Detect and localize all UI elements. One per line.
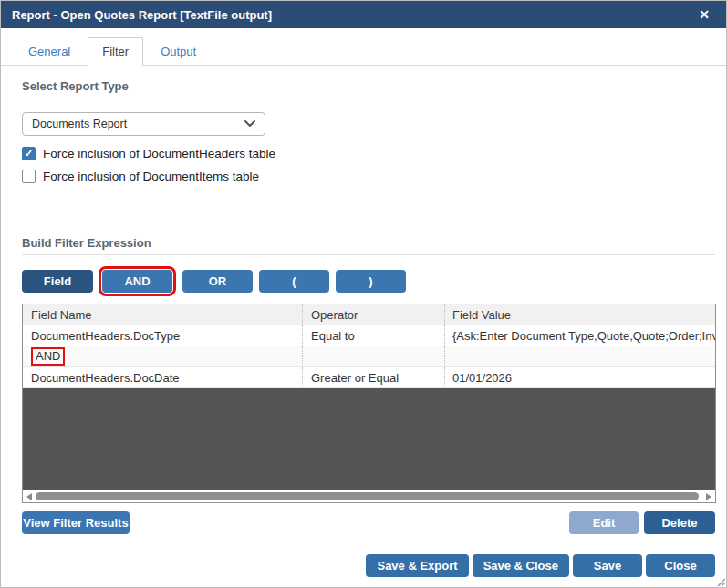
column-header-field-value: Field Value	[444, 304, 715, 325]
table-empty-area	[23, 388, 715, 490]
footer-button-row: Save & Export Save & Close Save Close	[22, 554, 715, 577]
edit-button[interactable]: Edit	[569, 511, 639, 534]
expression-buttons: Field AND OR ( )	[22, 270, 715, 293]
cell-field-value: {Ask:Enter Document Type,Quote,Quote;Ord…	[444, 325, 715, 346]
and-button[interactable]: AND	[102, 270, 172, 293]
cell-field-name: DocumentHeaders.DocDate	[23, 371, 302, 385]
close-paren-button[interactable]: )	[336, 270, 406, 293]
close-button[interactable]: Close	[646, 554, 715, 577]
or-button[interactable]: OR	[182, 270, 253, 293]
table-action-row: View Filter Results Edit Delete	[22, 511, 715, 534]
checkbox-row-documentheaders: ✓ Force inclusion of DocumentHeaders tab…	[22, 147, 715, 160]
tab-output[interactable]: Output	[146, 37, 211, 65]
filter-expression-heading: Build Filter Expression	[22, 236, 715, 255]
cell-operator: Equal to	[302, 325, 444, 346]
chevron-down-icon	[244, 120, 255, 128]
cell-field-name: DocumentHeaders.DocType	[23, 329, 302, 343]
dialog-content: Select Report Type Documents Report ✓ Fo…	[1, 66, 726, 577]
filter-table: Field Name Operator Field Value Document…	[22, 304, 716, 503]
checkbox-documentheaders-label: Force inclusion of DocumentHeaders table	[43, 147, 275, 160]
and-operator-highlight: AND	[31, 347, 65, 366]
table-row[interactable]: AND	[23, 346, 715, 367]
report-type-heading: Select Report Type	[22, 79, 715, 98]
checkbox-row-documentitems: Force inclusion of DocumentItems table	[22, 170, 715, 183]
cell-field-name: AND	[23, 347, 302, 366]
scroll-right-icon[interactable]	[702, 490, 715, 503]
column-header-operator: Operator	[302, 304, 444, 325]
vertical-spacer	[22, 183, 715, 236]
report-type-dropdown-value: Documents Report	[32, 118, 244, 130]
title-bar: Report - Open Quotes Report [TextFile ou…	[1, 1, 726, 28]
column-header-field-name: Field Name	[23, 308, 302, 322]
checkbox-documentitems[interactable]	[22, 170, 36, 183]
scroll-left-icon[interactable]	[23, 490, 36, 503]
tab-general[interactable]: General	[14, 37, 85, 65]
cell-field-value	[444, 346, 715, 366]
save-and-close-button[interactable]: Save & Close	[473, 554, 569, 577]
cell-field-value: 01/01/2026	[444, 367, 715, 387]
close-icon[interactable]: ✕	[693, 7, 715, 22]
table-row[interactable]: DocumentHeaders.DocDate Greater or Equal…	[23, 367, 715, 388]
checkbox-documentheaders[interactable]: ✓	[22, 147, 36, 160]
checkbox-documentitems-label: Force inclusion of DocumentItems table	[43, 170, 259, 183]
scrollbar-thumb[interactable]	[36, 492, 699, 500]
cell-operator: Greater or Equal	[302, 367, 444, 387]
resize-grip-icon[interactable]	[716, 577, 725, 586]
field-button[interactable]: Field	[22, 270, 93, 293]
tab-filter[interactable]: Filter	[88, 37, 143, 66]
view-filter-results-button[interactable]: View Filter Results	[22, 511, 130, 534]
table-header-row: Field Name Operator Field Value	[23, 304, 715, 325]
cell-operator	[302, 346, 444, 366]
tab-bar: General Filter Output	[1, 37, 726, 66]
check-icon: ✓	[25, 149, 33, 159]
save-and-export-button[interactable]: Save & Export	[366, 554, 468, 577]
report-dialog: Report - Open Quotes Report [TextFile ou…	[0, 0, 727, 588]
dialog-title: Report - Open Quotes Report [TextFile ou…	[12, 8, 693, 22]
horizontal-scrollbar[interactable]	[23, 490, 715, 502]
report-type-dropdown[interactable]: Documents Report	[22, 112, 265, 136]
scrollbar-track[interactable]	[36, 490, 702, 503]
open-paren-button[interactable]: (	[259, 270, 329, 293]
table-row[interactable]: DocumentHeaders.DocType Equal to {Ask:En…	[23, 325, 715, 346]
save-button[interactable]: Save	[573, 554, 642, 577]
delete-button[interactable]: Delete	[644, 511, 715, 534]
